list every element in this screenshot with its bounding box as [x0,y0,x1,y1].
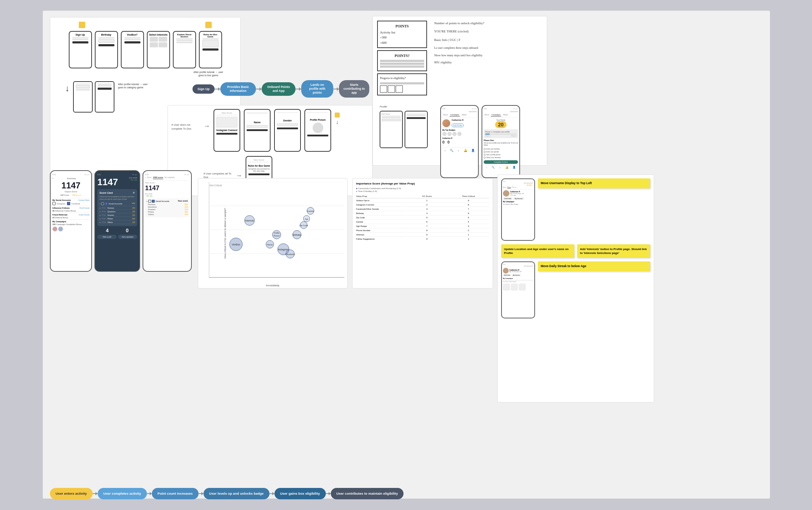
profile-phone-campaigns: 9:41▪▪▪ ⊿ ▪ username About Campaigns Med… [482,105,520,178]
uj-step-1: User enters activity [50,488,93,499]
wf-note-box-game: After profile tutorial → user goes to bo… [191,71,225,77]
wf-phone-signup: Sign Up [69,31,92,68]
wf-phone-2-1 [73,81,93,113]
svg-text:Zip Code: Zip Code [299,224,308,227]
wf-phone-rules: Rules for Box Game [199,31,222,68]
app-phone-score-variant: 9:41▪▪▪ ⊿ ▪ ‹ Basic 1000 score Box eligi… [143,170,192,272]
sp-edit-profile-btn[interactable]: Edit Profile [503,197,513,200]
profile-note: Profile [380,105,437,109]
svg-text:Interests: Interests [245,219,255,222]
wf2-note-incomplete: If User does not complete To Dos [171,123,200,131]
sc-title: Score Card [99,192,113,194]
sticky-yellow-2 [205,22,212,28]
chart-y-label: How critical is it for users to deliver … [224,208,226,259]
user-journey-flow: User enters activity User completes acti… [50,488,404,499]
dt-row-instagram: Instagram Connect [356,203,406,207]
ig-icon [52,202,56,205]
svg-text:Not Critical: Not Critical [210,184,222,187]
sticky-notes-panel: 9:41▪ @Catherine? 15,000 ↑ About Posts P… [497,175,654,402]
uj-step-3: Point count increases [152,488,199,499]
uj-step-6: User contributes to maintain eligibility [331,488,404,499]
wf-profile-phone-2 [405,111,428,148]
wf2-phone-name: Name [244,109,271,152]
phone-time: 9:41 [52,173,56,176]
phone-status: ▪▪▪ ⊿ ▪ [84,173,89,176]
dt-row-voxbox: Voxbox Opt-in [356,199,406,203]
uj-step-5: User gains box eligibility [274,488,326,499]
flow-basic-info: Provides Basic Information [220,82,256,96]
svg-text:Facebook: Facebook [286,253,295,255]
wf2-phone-picture: Profile Picture [304,109,331,152]
dt-title: Importance Score (Average per Value Prop… [356,182,489,185]
svg-text:Birthday: Birthday [293,234,302,236]
wf-profile-phone-1: New Score [380,111,403,148]
wf-note-category-game: After profile tutorial → user goes to ca… [118,83,150,89]
app-phone-score-card: 9:41 ▪▪▪ ⊿ ▪ 1147 this week ↑ 50+ pts Sc… [94,170,140,272]
svg-text:Profile: Profile [274,232,279,234]
dt-row-age: Age Range [356,224,406,228]
app-phone-impact-score: 9:41 ▪▪▪ ⊿ ▪ ‹ Summary 1147 Impact Score… [50,170,92,272]
top-flow-diagram: Sign Up Provides Basic Information Onboa… [192,80,369,98]
svg-text:Picture: Picture [273,235,279,237]
summary-label: Summary [67,177,76,179]
wf-phone-voxbox: VoxBox? [121,31,144,68]
flow-lands-profile: Lands on profile with points [301,80,333,98]
flow-contributing: Starts contributing to app [339,80,369,98]
dt-row-phone: Phone Number [356,229,406,233]
dt-row-zip: Zip Code [356,216,406,220]
dt-row-fb: Facebook/Other Socials [356,207,406,211]
sticky-yellow-1 [79,22,85,28]
profile-app-section: 9:41▪▪▪ ⊿ ▪ username About Campaigns Med… [440,105,520,178]
sc-start-poll-btn[interactable]: Start a poll [97,235,117,239]
sc-score: 1147 [97,177,118,188]
wf2-phone-gender: Gender [274,109,301,152]
dt-row-follow: Follow Suggestions [356,237,406,241]
bubble-chart-area: How critical is it for users to deliver … [198,178,348,288]
sticky-note-username: Move Username Display to Top Left [538,178,650,188]
sticky-note-interests-btn: Add 'Interests' button to Profile page. … [577,244,650,258]
sc-desc: Check out the breakdown of points and ho… [99,196,135,200]
sc-ig-icon [101,202,104,205]
social-title: My Social Accounts [52,199,71,201]
wf2-sticky [335,113,340,118]
complete-todos-btn[interactable]: Complete To Do's [484,160,518,164]
chart-svg: Not Critical VoxBox Interests Instagram … [209,182,344,278]
sticky-note-daily-streak: Move Daily Streak to below Age [538,261,650,271]
svg-text:Age: Age [305,218,308,220]
sticky-mini-phone-1: 9:41▪ @Catherine? 15,000 ↑ About Posts P… [501,178,535,241]
sticky-mini-phone-2: 9:41▪ @Catherine? Catherine P. Age 28 | … [501,261,535,318]
sc-time: 9:41 [97,173,101,176]
impact-score-label: Impact Score [52,191,89,193]
dt-legend: ■ Community Contribution and Remaining (… [356,187,489,193]
uj-step-4: User levels up and unlocks badge [204,488,269,499]
sc-ask-question-btn[interactable]: Ask a question [118,235,137,239]
sticky-note-location: Update Location and Age under user's nam… [501,244,574,258]
wf-phone-explain: Explain About Section [173,31,196,68]
wf-phone-interests: Select Interests [147,31,170,68]
impact-score-value: 1147 [52,181,89,191]
flow-onboard: Onboard Points and App [262,82,295,96]
flow-sign-up: Sign Up [192,84,215,94]
wf-phone-birthday: Birthday [95,31,118,68]
svg-text:Gender: Gender [307,210,314,212]
dt-row-gender: Gender [356,220,406,224]
sc-fb-icon: f [105,202,108,205]
wf2-phone-instagram: New Score Instagram Connect [214,109,240,152]
sp-my-interests-btn[interactable]: My Interests [513,197,524,200]
profile-phones-section: Profile New Score [380,105,437,148]
dt-row-birthday: Birthday [356,212,406,215]
fb-icon: f [67,202,70,205]
wf-phone-2-2 [95,81,114,113]
svg-text:Name: Name [267,244,273,246]
data-table-section: Importance Score (Average per Value Prop… [352,178,493,288]
dt-row-interests: Interests [356,233,406,237]
profile-phone-catherine: 9:41▪▪▪ ⊿ ▪ username About Campaigns Med… [440,105,479,178]
connect-more[interactable]: Connect More [78,199,89,201]
edit-profile-btn[interactable]: Edit Profile [452,124,464,127]
chart-x-label: Immediately [266,284,279,287]
sc-close-btn[interactable]: ✕ [133,191,135,194]
svg-text:VoxBox: VoxBox [232,243,240,246]
uj-step-2: User completes activity [98,488,147,499]
